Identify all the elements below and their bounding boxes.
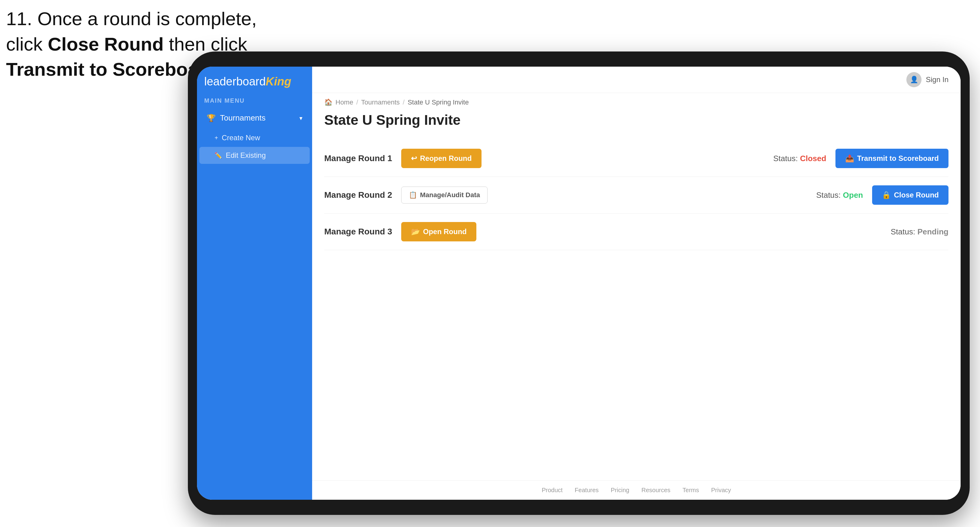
tablet-screen: leaderboardKing MAIN MENU 🏆 Tournaments … [197,67,961,500]
round-2-status-value: Open [843,190,863,200]
sign-in-area[interactable]: 👤 Sign In [906,72,948,87]
plus-icon: + [215,135,218,141]
sidebar-item-tournaments[interactable]: 🏆 Tournaments ▾ [199,108,310,128]
round-3-status-value: Pending [917,227,948,236]
chevron-down-icon: ▾ [299,114,302,122]
breadcrumb-current: State U Spring Invite [407,98,469,106]
bold-close-round: Close Round [48,33,164,54]
main-menu-label: MAIN MENU [197,94,312,107]
footer-resources[interactable]: Resources [641,487,671,494]
footer-terms[interactable]: Terms [682,487,699,494]
close-round-label: Close Round [894,191,939,199]
round-2-card: Manage Round 2 📋 Manage/Audit Data Statu… [324,177,948,214]
manage-audit-button[interactable]: 📋 Manage/Audit Data [401,187,488,203]
transmit-icon: 📤 [845,154,854,163]
reopen-round-button[interactable]: ↩ Reopen Round [401,149,482,168]
round-1-left: Manage Round 1 ↩ Reopen Round [324,149,482,168]
footer-privacy[interactable]: Privacy [711,487,731,494]
sidebar: leaderboardKing MAIN MENU 🏆 Tournaments … [197,67,312,500]
sidebar-submenu: + Create New ✏️ Edit Existing [199,129,310,165]
content-area: Manage Round 1 ↩ Reopen Round Status: Cl… [312,134,961,480]
logo-leaderboard-text: leaderboard [204,75,266,88]
close-icon: 🔒 [882,191,891,199]
sidebar-item-create-new[interactable]: + Create New [199,129,310,146]
round-3-right: Status: Pending [891,227,948,237]
round-3-status: Status: Pending [891,227,948,237]
tablet-device: leaderboardKing MAIN MENU 🏆 Tournaments … [188,51,970,515]
round-1-right: Status: Closed 📤 Transmit to Scoreboard [773,149,948,168]
round-2-left: Manage Round 2 📋 Manage/Audit Data [324,187,488,203]
tournaments-label: Tournaments [220,113,299,123]
round-2-status: Status: Open [816,190,863,200]
open-icon: 📂 [411,227,420,236]
breadcrumb-sep2: / [403,98,404,106]
breadcrumb: 🏠 Home / Tournaments / State U Spring In… [312,93,961,109]
sidebar-item-edit-existing[interactable]: ✏️ Edit Existing [199,147,310,164]
top-nav: 👤 Sign In [312,67,961,93]
home-icon: 🏠 [324,98,332,106]
round-1-status-value: Closed [800,154,826,163]
manage-audit-label: Manage/Audit Data [420,191,480,199]
round-3-card: Manage Round 3 📂 Open Round Status: Pend… [324,214,948,250]
breadcrumb-tournaments[interactable]: Tournaments [361,98,400,106]
page-title: State U Spring Invite [324,112,948,128]
round-2-right: Status: Open 🔒 Close Round [816,185,948,205]
round-3-title: Manage Round 3 [324,227,392,237]
round-3-left: Manage Round 3 📂 Open Round [324,222,476,241]
edit-existing-label: Edit Existing [226,151,266,160]
app-container: leaderboardKing MAIN MENU 🏆 Tournaments … [197,67,961,500]
open-round-label: Open Round [423,227,467,236]
audit-icon: 📋 [409,191,417,199]
main-content: 👤 Sign In 🏠 Home / Tournaments / State U… [312,67,961,500]
sidebar-logo: leaderboardKing [197,67,312,94]
round-1-title: Manage Round 1 [324,154,392,163]
round-1-card: Manage Round 1 ↩ Reopen Round Status: Cl… [324,140,948,177]
round-2-title: Manage Round 2 [324,190,392,200]
create-new-label: Create New [222,133,260,142]
breadcrumb-sep1: / [356,98,358,106]
transmit-to-scoreboard-button[interactable]: 📤 Transmit to Scoreboard [835,149,948,168]
round-1-status: Status: Closed [773,154,826,163]
app-footer: Product Features Pricing Resources Terms… [312,480,961,500]
footer-product[interactable]: Product [542,487,563,494]
close-round-button[interactable]: 🔒 Close Round [872,185,948,205]
footer-pricing[interactable]: Pricing [611,487,629,494]
reopen-icon: ↩ [411,154,417,163]
sign-in-label[interactable]: Sign In [926,75,948,84]
open-round-button[interactable]: 📂 Open Round [401,222,476,241]
logo-king-text: King [266,75,291,88]
trophy-icon: 🏆 [207,114,216,122]
reopen-round-label: Reopen Round [420,154,472,163]
edit-icon: ✏️ [215,152,222,159]
page-header: State U Spring Invite [312,109,961,134]
breadcrumb-home[interactable]: Home [336,98,353,106]
transmit-label: Transmit to Scoreboard [857,154,939,163]
logo: leaderboardKing [204,75,291,88]
footer-features[interactable]: Features [575,487,599,494]
avatar: 👤 [906,72,921,87]
